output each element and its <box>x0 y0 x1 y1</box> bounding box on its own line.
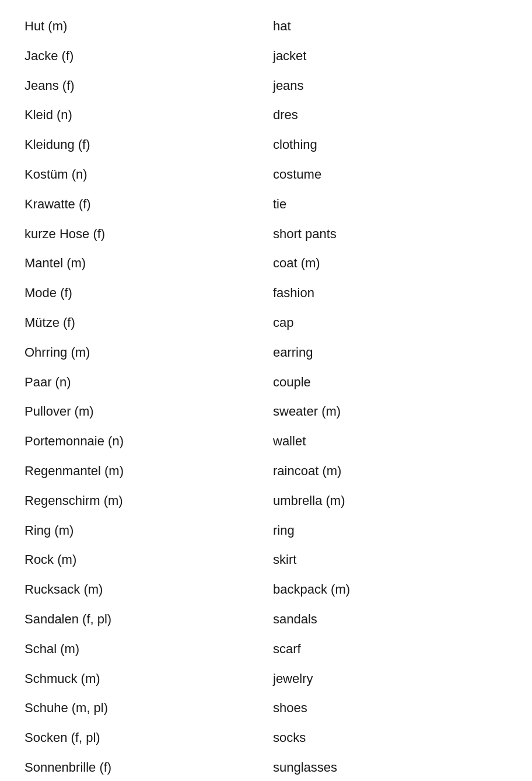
german-word: Paar (n) <box>18 368 266 398</box>
english-translation: ring <box>266 516 514 546</box>
german-word: Mode (f) <box>18 278 266 308</box>
german-word: Schuhe (m, pl) <box>18 693 266 723</box>
english-translation: backpack (m) <box>266 575 514 605</box>
table-row: Jeans (f)jeans <box>18 71 514 101</box>
table-row: Pullover (m)sweater (m) <box>18 397 514 427</box>
table-row: Jacke (f)jacket <box>18 41 514 71</box>
table-row: Socken (f, pl)socks <box>18 723 514 753</box>
english-translation: earring <box>266 338 514 368</box>
german-word: Pullover (m) <box>18 397 266 427</box>
table-row: Regenmantel (m)raincoat (m) <box>18 456 514 486</box>
table-row: Kleid (n)dres <box>18 100 514 130</box>
english-translation: coat (m) <box>266 249 514 278</box>
english-translation: fashion <box>266 278 514 308</box>
german-word: Jacke (f) <box>18 41 266 71</box>
table-row: Schuhe (m, pl)shoes <box>18 693 514 723</box>
english-translation: tie <box>266 190 514 219</box>
english-translation: sunglasses <box>266 753 514 781</box>
german-word: Kostüm (n) <box>18 160 266 190</box>
english-translation: jeans <box>266 71 514 101</box>
german-word: Mantel (m) <box>18 249 266 278</box>
english-translation: raincoat (m) <box>266 456 514 486</box>
english-translation: jewelry <box>266 664 514 694</box>
german-word: Sonnenbrille (f) <box>18 753 266 781</box>
english-translation: couple <box>266 368 514 398</box>
german-word: Ring (m) <box>18 516 266 546</box>
german-word: Krawatte (f) <box>18 190 266 219</box>
english-translation: hat <box>266 12 514 41</box>
table-row: Krawatte (f)tie <box>18 190 514 219</box>
german-word: Rucksack (m) <box>18 575 266 605</box>
german-word: Portemonnaie (n) <box>18 427 266 456</box>
table-row: Schal (m)scarf <box>18 634 514 664</box>
english-translation: clothing <box>266 130 514 160</box>
table-row: Regenschirm (m)umbrella (m) <box>18 486 514 516</box>
english-translation: shoes <box>266 693 514 723</box>
vocabulary-table: Hut (m)hatJacke (f)jacketJeans (f)jeansK… <box>18 12 514 781</box>
german-word: Schmuck (m) <box>18 664 266 694</box>
table-row: Ohrring (m)earring <box>18 338 514 368</box>
german-word: kurze Hose (f) <box>18 219 266 249</box>
german-word: Socken (f, pl) <box>18 723 266 753</box>
english-translation: skirt <box>266 545 514 575</box>
english-translation: umbrella (m) <box>266 486 514 516</box>
table-row: Sandalen (f, pl)sandals <box>18 605 514 634</box>
table-row: Portemonnaie (n)wallet <box>18 427 514 456</box>
table-row: kurze Hose (f)short pants <box>18 219 514 249</box>
table-row: Sonnenbrille (f)sunglasses <box>18 753 514 781</box>
english-translation: sandals <box>266 605 514 634</box>
english-translation: short pants <box>266 219 514 249</box>
english-translation: socks <box>266 723 514 753</box>
german-word: Regenmantel (m) <box>18 456 266 486</box>
english-translation: costume <box>266 160 514 190</box>
table-row: Paar (n)couple <box>18 368 514 398</box>
table-row: Mütze (f)cap <box>18 308 514 338</box>
table-row: Kleidung (f)clothing <box>18 130 514 160</box>
german-word: Hut (m) <box>18 12 266 41</box>
german-word: Mütze (f) <box>18 308 266 338</box>
german-word: Jeans (f) <box>18 71 266 101</box>
english-translation: scarf <box>266 634 514 664</box>
german-word: Kleidung (f) <box>18 130 266 160</box>
german-word: Sandalen (f, pl) <box>18 605 266 634</box>
table-row: Mode (f)fashion <box>18 278 514 308</box>
german-word: Schal (m) <box>18 634 266 664</box>
table-row: Hut (m)hat <box>18 12 514 41</box>
german-word: Regenschirm (m) <box>18 486 266 516</box>
english-translation: dres <box>266 100 514 130</box>
english-translation: wallet <box>266 427 514 456</box>
german-word: Rock (m) <box>18 545 266 575</box>
english-translation: cap <box>266 308 514 338</box>
table-row: Mantel (m)coat (m) <box>18 249 514 278</box>
english-translation: sweater (m) <box>266 397 514 427</box>
table-row: Rock (m)skirt <box>18 545 514 575</box>
table-row: Schmuck (m)jewelry <box>18 664 514 694</box>
german-word: Kleid (n) <box>18 100 266 130</box>
table-row: Kostüm (n)costume <box>18 160 514 190</box>
english-translation: jacket <box>266 41 514 71</box>
table-row: Rucksack (m)backpack (m) <box>18 575 514 605</box>
german-word: Ohrring (m) <box>18 338 266 368</box>
table-row: Ring (m)ring <box>18 516 514 546</box>
